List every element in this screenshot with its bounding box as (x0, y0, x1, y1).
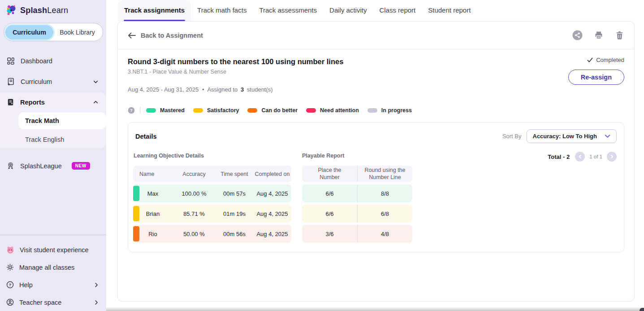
pagination: Total - 2 1 of 1 (548, 152, 617, 162)
bottom-scroll-edge (106, 307, 644, 311)
legend-help-icon[interactable]: ? (128, 107, 135, 114)
new-badge: NEW (72, 162, 90, 170)
brand-name: SplashLearn (20, 6, 68, 15)
student-mascot-icon (6, 245, 15, 254)
date-range: Aug 4, 2025 - Aug 31, 2025 (128, 86, 199, 93)
pagination-next-button[interactable] (607, 152, 617, 162)
student-row-max: Max 100.00 % 00m 57s Aug 4, 2025 (133, 184, 291, 202)
status-badge: Completed (587, 57, 624, 63)
main-content: Track assignments Track math facts Track… (106, 0, 644, 311)
print-button[interactable] (594, 31, 604, 40)
sidebar-item-track-english[interactable]: Track English (18, 129, 106, 144)
share-button[interactable] (572, 30, 583, 40)
toggle-book-library[interactable]: Book Library (53, 25, 101, 39)
sidebar-item-label: Reports (20, 99, 45, 106)
toggle-curriculum[interactable]: Curriculum (5, 25, 53, 39)
brand-logo[interactable]: SplashLearn (0, 0, 106, 16)
svg-text:?: ? (130, 108, 133, 113)
sidebar-item-teacher-space[interactable]: Teacher space (0, 293, 106, 311)
legend-item-need-attention: Need attention (306, 107, 359, 114)
pagination-prev-button[interactable] (575, 152, 585, 162)
sidebar-item-dashboard[interactable]: Dashboard (0, 51, 106, 71)
column-header-round-number-line: Round using the Number Line (357, 166, 412, 182)
accuracy-value: 100.00 % (173, 190, 216, 197)
assignment-dates: Aug 4, 2025 - Aug 31, 2025 • Assigned to… (128, 86, 624, 93)
chevron-down-icon (604, 133, 611, 139)
column-header-time-spent: Time spent (216, 171, 253, 177)
table-row: Max 100.00 % 00m 57s Aug 4, 2025 6/6 8/8 (133, 184, 617, 202)
legend-divider (140, 107, 140, 114)
back-to-assignment-link[interactable]: Back to Assignment (128, 32, 203, 39)
tab-bar: Track assignments Track math facts Track… (106, 0, 644, 21)
time-spent-value: 01m 19s (216, 210, 253, 217)
mode-toggle: Curriculum Book Library (4, 23, 103, 41)
legend-item-in-progress: In progress (367, 107, 412, 114)
splashlearn-logo-icon (5, 4, 17, 16)
column-header-name: Name (133, 171, 173, 177)
help-icon: ? (6, 280, 14, 289)
assignment-report-card: Back to Assignment (117, 21, 635, 302)
reports-group: Reports Track Math Track English (0, 92, 106, 149)
tab-student-report[interactable]: Student report (422, 0, 477, 21)
details-panel-header: Details Sort By Accuracy: Low To High (135, 129, 617, 143)
chat-widget-sliver[interactable] (640, 308, 644, 311)
tab-track-math-facts[interactable]: Track math facts (191, 0, 253, 21)
sidebar-item-label: SplashLeague (20, 162, 62, 170)
back-label: Back to Assignment (141, 32, 203, 39)
chevron-right-icon (93, 299, 99, 306)
assignment-standard: 3.NBT.1 - Place Value & Number Sense (128, 69, 624, 75)
playable-scores-max: 6/6 8/8 (302, 184, 412, 202)
check-icon (587, 57, 593, 63)
table-row: Rio 50.00 % 00m 56s Aug 4, 2025 3/6 4/8 (133, 225, 617, 243)
reassign-button[interactable]: Re-assign (568, 70, 624, 85)
tab-daily-activity[interactable]: Daily activity (323, 0, 373, 21)
status-color-bar (133, 206, 139, 221)
can-do-better-color-pill (247, 108, 257, 113)
accuracy-value: 85.71 % (173, 210, 216, 217)
place-the-number-score: 6/6 (302, 190, 357, 197)
card-body: Round 3-digit numbers to the nearest 100… (118, 49, 634, 252)
student-row-brian: Brian 85.71 % 01m 19s Aug 4, 2025 (133, 205, 291, 223)
assignment-title: Round 3-digit numbers to the nearest 100… (128, 57, 624, 66)
sort-value: Accuracy: Low To High (533, 133, 597, 140)
column-header-completed-on: Completed on (253, 171, 291, 177)
delete-button[interactable] (615, 31, 624, 40)
footer-item-label: Help (19, 281, 33, 289)
footer-item-label: Visit student experience (20, 246, 89, 254)
table-header-row: Name Accuracy Time spent Completed on Pl… (133, 166, 617, 182)
details-title: Details (135, 133, 157, 140)
sidebar-item-visit-student-experience[interactable]: Visit student experience (0, 241, 106, 258)
learning-objective-section-label: Learning Objective Details (133, 153, 291, 159)
table-row: Brian 85.71 % 01m 19s Aug 4, 2025 6/6 6/… (133, 205, 617, 223)
sidebar-item-reports[interactable]: Reports (0, 92, 106, 112)
time-spent-value: 00m 56s (216, 231, 253, 237)
column-header-accuracy: Accuracy (173, 171, 216, 177)
page-indicator: 1 of 1 (589, 154, 602, 159)
sidebar-item-label: Dashboard (21, 57, 52, 65)
need-attention-color-pill (306, 108, 316, 113)
sidebar-item-splashleague[interactable]: SplashLeague NEW (0, 156, 106, 176)
tab-track-assignments[interactable]: Track assignments (118, 0, 191, 21)
tab-class-report[interactable]: Class report (373, 0, 422, 21)
sidebar-item-help[interactable]: ? Help (0, 276, 106, 293)
legend-item-mastered: Mastered (146, 107, 185, 114)
back-arrow-icon (128, 32, 136, 39)
sidebar-item-manage-all-classes[interactable]: Manage all classes (0, 258, 106, 276)
in-progress-color-pill (367, 108, 377, 113)
playable-report-section-label: Playable Report (302, 153, 412, 159)
header-actions (572, 30, 624, 40)
sort-dropdown[interactable]: Accuracy: Low To High (527, 129, 617, 143)
round-number-line-score: 6/8 (357, 205, 412, 223)
column-header-place-the-number: Place the Number (302, 167, 357, 181)
results-table: Name Accuracy Time spent Completed on Pl… (133, 166, 617, 243)
status-color-bar (133, 226, 139, 241)
curriculum-icon (6, 77, 15, 86)
sort-control: Sort By Accuracy: Low To High (502, 129, 617, 143)
tab-track-assessments[interactable]: Track assessments (253, 0, 323, 21)
sidebar-item-track-math[interactable]: Track Math (18, 112, 106, 129)
footer-item-label: Teacher space (19, 299, 61, 306)
sort-by-label: Sort By (502, 133, 522, 140)
details-panel: Details Sort By Accuracy: Low To High (128, 122, 624, 252)
sidebar-item-curriculum[interactable]: Curriculum (0, 71, 106, 92)
assigned-count: 3 (241, 86, 244, 93)
